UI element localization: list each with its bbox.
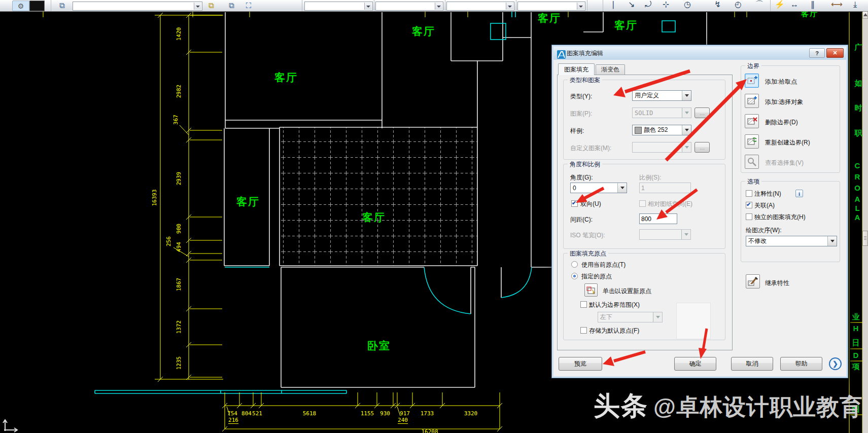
layer-current-icon[interactable]: ⧉ [204,1,218,10]
clipped-sidebar-text: 项 [852,362,860,372]
spacing-label: 间距(C): [570,215,593,224]
use-current-origin-label: 使用当前原点(T) [581,261,626,269]
room-label: 卧室 [367,339,391,353]
dimension-leader-text: 240 [398,417,408,424]
inherit-properties-label: 继承特性 [765,279,789,287]
clipped-sidebar-text: 日 [852,338,860,348]
select-objects-icon [746,95,757,106]
window-sill [95,390,346,393]
watermark-handle: @卓林设计职业教育 [653,392,863,422]
type-select[interactable]: 用户定义 [632,90,691,101]
chevron-down-icon[interactable] [682,125,691,135]
tab-gradient[interactable]: 渐变色 [596,64,625,75]
dimension-text: 1235 [176,356,182,370]
linetype-combo[interactable] [375,2,443,11]
room-label: 客厅 [236,195,260,209]
default-extents-checkbox[interactable] [580,301,587,308]
plotstyle-combo[interactable] [517,2,585,11]
dimension-aligned-icon[interactable]: ↘ [628,0,635,11]
dialog-help-button[interactable]: ? [809,48,825,58]
chevron-down-icon[interactable] [506,3,513,10]
remove-boundaries-button[interactable] [745,114,759,128]
chevron-down-icon[interactable] [827,236,837,246]
dimension-baseline-icon[interactable]: ↔ [790,0,798,11]
dimension-text: 1372 [176,320,182,334]
dimension-continue-icon[interactable]: ∥ [811,0,815,11]
info-icon[interactable]: i [795,190,803,197]
toolbar-separator [51,0,51,11]
dimension-diameter-icon[interactable]: ◴ [735,0,742,11]
preview-button[interactable]: 预览 [559,357,602,371]
add-pick-points-label: 添加:拾取点 [765,78,797,86]
double-checkbox[interactable] [571,200,578,207]
chevron-down-icon[interactable] [682,91,691,100]
dimension-jogged-icon[interactable]: ↯ [714,0,721,11]
separate-hatch-label: 独立的图案填充(H) [754,213,806,222]
inherit-properties-button[interactable] [746,274,760,288]
color-combo[interactable] [304,2,373,11]
layers-stack-icon[interactable]: ⧉ [56,1,68,10]
close-icon[interactable]: ✕ [826,48,844,58]
clipped-sidebar-text: R [855,172,860,181]
clipped-sidebar-text: H [853,324,859,333]
group-legend: 图案填充原点 [568,249,608,258]
clipped-sidebar-text: L [855,204,859,212]
angle-select[interactable]: 0 [570,183,627,193]
scrollbar-thumb[interactable] [862,231,868,246]
dimension-linear-icon[interactable]: ∣ [611,0,615,11]
store-default-checkbox[interactable] [580,327,587,334]
group-legend: 角度和比例 [568,160,602,169]
dialog-titlebar[interactable]: 图案填充编辑 [553,47,846,60]
more-options-button[interactable]: ❯ [829,357,842,370]
help-button[interactable]: 帮助 [780,357,822,371]
specified-origin-radio[interactable] [571,273,578,279]
door-arc [501,267,532,298]
quick-dimension-icon[interactable]: ⚡ [775,0,785,11]
chevron-down-icon[interactable] [617,183,627,193]
toolbar-separator [603,0,603,11]
cancel-button[interactable]: 取消 [731,357,773,371]
dimension-text: 900 [176,224,182,234]
chevron-down-icon [682,108,691,118]
spacing-input[interactable] [639,213,677,224]
dimension-text: 367 [172,115,179,125]
chevron-down-icon[interactable] [364,3,372,10]
dark-swatch-icon[interactable] [29,1,45,11]
layer-previous-icon[interactable]: ⧉ [225,1,238,10]
room-label: 客厅 [614,18,638,32]
swatch-label: 样例: [570,127,584,135]
dimension-style-icon[interactable]: ⟷ [831,0,843,11]
lineweight-combo[interactable] [446,2,514,11]
add-select-objects-button[interactable] [745,94,759,108]
hatch-preview-grid [280,127,477,266]
chevron-down-icon[interactable] [194,3,201,10]
ok-button[interactable]: 确定 [674,357,716,371]
dimension-angular-icon[interactable]: ⌒ [755,0,763,11]
layer-states-icon[interactable]: ⛶ [242,1,255,10]
chevron-down-icon[interactable] [435,3,442,10]
dimension-arc-icon[interactable]: ⤾ [645,0,651,11]
dimension-ordinate-icon[interactable]: ⊹ [663,0,669,11]
set-origin-button[interactable] [584,283,598,297]
associative-checkbox[interactable] [746,202,752,208]
layer-properties-button[interactable]: ⚙ [12,1,29,11]
tab-hatch[interactable]: 图案填充 [558,63,595,75]
dimension-text: 3320 [464,410,478,417]
recreate-boundary-button[interactable] [745,134,759,149]
vertical-scrollbar[interactable] [862,11,868,433]
add-pick-points-button[interactable] [745,74,759,88]
swatch-select[interactable]: 颜色 252 [632,125,691,135]
use-current-origin-radio[interactable] [571,261,578,268]
toolbar-separator [445,0,445,11]
dimension-update-icon[interactable]: ⤓ [853,0,857,11]
scroll-up-button[interactable] [862,11,868,19]
layer-combo[interactable] [73,2,202,11]
dimension-total-text: 16393 [151,189,158,206]
chevron-down-icon[interactable] [577,3,584,10]
draw-order-select[interactable]: 不修改 [746,236,837,246]
dimension-text: 521 [252,410,262,417]
clipped-sidebar-text: 如 [855,79,862,88]
separate-hatch-checkbox[interactable] [746,213,752,220]
annotative-checkbox[interactable] [746,190,752,197]
dimension-radius-icon[interactable]: ◷ [684,0,691,11]
